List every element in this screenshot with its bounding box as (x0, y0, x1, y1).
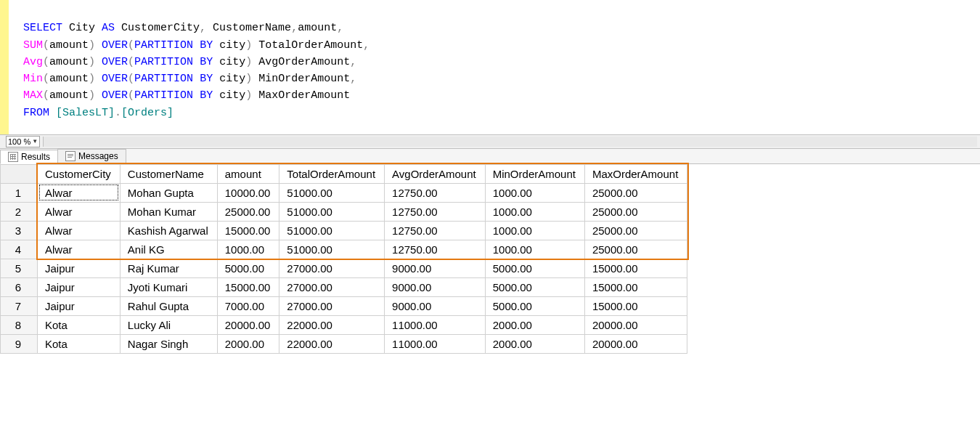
cell[interactable]: Jaipur (38, 277, 121, 296)
row-number[interactable]: 6 (1, 277, 38, 296)
cell[interactable]: 10000.00 (217, 183, 279, 202)
tab-results[interactable]: Results (0, 150, 58, 164)
cell[interactable]: Nagar Singh (120, 334, 217, 353)
col-header[interactable]: CustomerCity (38, 164, 121, 183)
cell[interactable]: Raj Kumar (120, 259, 217, 277)
row-number[interactable]: 7 (1, 296, 38, 315)
sql-editor[interactable]: SELECT City AS CustomerCity, CustomerNam… (0, 0, 980, 134)
row-number[interactable]: 4 (1, 240, 38, 259)
cell[interactable]: 2000.00 (485, 315, 584, 334)
col-header[interactable]: AvgOrderAmount (385, 164, 486, 183)
cell[interactable]: 25000.00 (217, 202, 279, 221)
cell[interactable]: 25000.00 (584, 202, 687, 221)
cell[interactable]: Kashish Agarwal (120, 221, 217, 240)
cell[interactable]: 11000.00 (385, 315, 486, 334)
cell[interactable]: 15000.00 (217, 221, 279, 240)
col-header[interactable]: TotalOrderAmount (279, 164, 385, 183)
zoom-bar: 100 % ▼ (0, 134, 980, 149)
cell[interactable]: Mohan Gupta (120, 183, 217, 202)
table-row[interactable]: 2AlwarMohan Kumar25000.0051000.0012750.0… (1, 202, 687, 221)
cell[interactable]: 2000.00 (485, 334, 584, 353)
cell[interactable]: 1000.00 (217, 240, 279, 259)
cell[interactable]: 22000.00 (279, 334, 385, 353)
cell[interactable]: 15000.00 (584, 259, 687, 277)
cell[interactable]: 5000.00 (485, 277, 584, 296)
cell[interactable]: 22000.00 (279, 315, 385, 334)
cell[interactable]: 1000.00 (485, 221, 584, 240)
cell[interactable]: 20000.00 (584, 315, 687, 334)
cell[interactable]: 7000.00 (217, 296, 279, 315)
row-number[interactable]: 9 (1, 334, 38, 353)
results-grid[interactable]: CustomerCity CustomerName amount TotalOr… (0, 164, 980, 354)
cell[interactable]: 12750.00 (385, 240, 486, 259)
cell[interactable]: 51000.00 (279, 221, 385, 240)
zoom-combo[interactable]: 100 % ▼ (6, 136, 40, 147)
table-row[interactable]: 1AlwarMohan Gupta10000.0051000.0012750.0… (1, 183, 687, 202)
tab-messages[interactable]: Messages (57, 149, 126, 163)
table-row[interactable]: 6JaipurJyoti Kumari15000.0027000.009000.… (1, 277, 687, 296)
col-header[interactable]: MaxOrderAmount (584, 164, 687, 183)
cell[interactable]: Anil KG (120, 240, 217, 259)
cell[interactable]: 51000.00 (279, 202, 385, 221)
cell[interactable]: 5000.00 (485, 259, 584, 277)
row-number[interactable]: 1 (1, 183, 38, 202)
cell[interactable]: 12750.00 (385, 202, 486, 221)
table-row[interactable]: 5JaipurRaj Kumar5000.0027000.009000.0050… (1, 259, 687, 277)
table-row[interactable]: 9KotaNagar Singh2000.0022000.0011000.002… (1, 334, 687, 353)
editor-gutter (0, 0, 9, 134)
cell[interactable]: 1000.00 (485, 240, 584, 259)
sql-code[interactable]: SELECT City AS CustomerCity, CustomerNam… (9, 0, 375, 134)
cell[interactable]: 20000.00 (584, 334, 687, 353)
cell[interactable]: 1000.00 (485, 202, 584, 221)
row-number[interactable]: 8 (1, 315, 38, 334)
cell[interactable]: 51000.00 (279, 240, 385, 259)
cell[interactable]: Alwar (38, 183, 121, 202)
cell[interactable]: Mohan Kumar (120, 202, 217, 221)
cell[interactable]: Lucky Ali (120, 315, 217, 334)
cell[interactable]: Kota (38, 334, 121, 353)
col-header[interactable]: amount (217, 164, 279, 183)
kw-as: AS (102, 22, 115, 34)
kw-over: OVER (102, 39, 128, 52)
cell[interactable]: Rahul Gupta (120, 296, 217, 315)
cell[interactable]: 12750.00 (385, 221, 486, 240)
cell[interactable]: 9000.00 (385, 277, 486, 296)
cell[interactable]: 15000.00 (584, 296, 687, 315)
cell[interactable]: 2000.00 (217, 334, 279, 353)
table-row[interactable]: 8KotaLucky Ali20000.0022000.0011000.0020… (1, 315, 687, 334)
cell[interactable]: 12750.00 (385, 183, 486, 202)
table-row[interactable]: 7JaipurRahul Gupta7000.0027000.009000.00… (1, 296, 687, 315)
cell[interactable]: 25000.00 (584, 240, 687, 259)
cell[interactable]: Alwar (38, 221, 121, 240)
cell[interactable]: Kota (38, 315, 121, 334)
horizontal-scroll[interactable] (43, 137, 977, 147)
table-row[interactable]: 4AlwarAnil KG1000.0051000.0012750.001000… (1, 240, 687, 259)
cell[interactable]: 11000.00 (385, 334, 486, 353)
cell[interactable]: 9000.00 (385, 296, 486, 315)
cell[interactable]: 15000.00 (584, 277, 687, 296)
cell[interactable]: 27000.00 (279, 277, 385, 296)
row-number[interactable]: 5 (1, 259, 38, 277)
cell[interactable]: Alwar (38, 202, 121, 221)
cell[interactable]: 1000.00 (485, 183, 584, 202)
cell[interactable]: Jyoti Kumari (120, 277, 217, 296)
cell[interactable]: 5000.00 (217, 259, 279, 277)
zoom-value: 100 % (8, 137, 30, 146)
row-number[interactable]: 2 (1, 202, 38, 221)
cell[interactable]: 15000.00 (217, 277, 279, 296)
row-number[interactable]: 3 (1, 221, 38, 240)
cell[interactable]: 27000.00 (279, 259, 385, 277)
table-row[interactable]: 3AlwarKashish Agarwal15000.0051000.00127… (1, 221, 687, 240)
cell[interactable]: 27000.00 (279, 296, 385, 315)
cell[interactable]: Jaipur (38, 296, 121, 315)
col-header[interactable]: CustomerName (120, 164, 217, 183)
cell[interactable]: 51000.00 (279, 183, 385, 202)
cell[interactable]: Jaipur (38, 259, 121, 277)
cell[interactable]: 5000.00 (485, 296, 584, 315)
cell[interactable]: 20000.00 (217, 315, 279, 334)
cell[interactable]: 25000.00 (584, 221, 687, 240)
cell[interactable]: 9000.00 (385, 259, 486, 277)
cell[interactable]: Alwar (38, 240, 121, 259)
cell[interactable]: 25000.00 (584, 183, 687, 202)
col-header[interactable]: MinOrderAmount (485, 164, 584, 183)
